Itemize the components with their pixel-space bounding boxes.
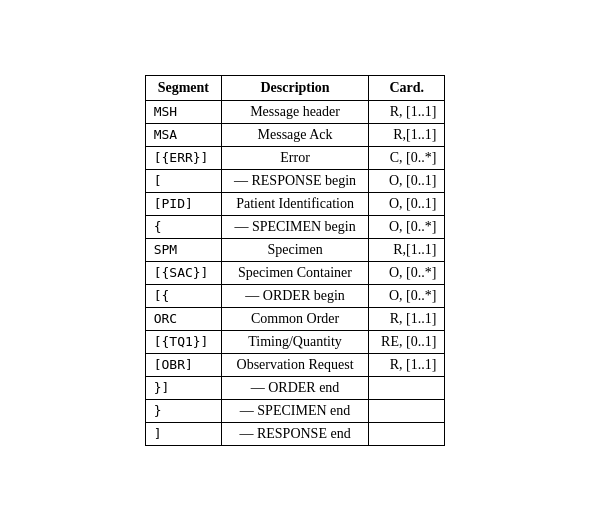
- cell-cardinality: O, [0..*]: [369, 261, 445, 284]
- cell-segment: [PID]: [145, 192, 221, 215]
- table-row: [{SAC}]Specimen ContainerO, [0..*]: [145, 261, 445, 284]
- table-row: [{ERR}]ErrorC, [0..*]: [145, 146, 445, 169]
- table-row: {— SPECIMEN beginO, [0..*]: [145, 215, 445, 238]
- cell-cardinality: R,[1..1]: [369, 123, 445, 146]
- cell-segment: ]: [145, 422, 221, 445]
- cell-description: Specimen: [221, 238, 368, 261]
- cell-description: Message Ack: [221, 123, 368, 146]
- cell-cardinality: R, [1..1]: [369, 353, 445, 376]
- cell-segment: MSA: [145, 123, 221, 146]
- cell-description: Patient Identification: [221, 192, 368, 215]
- cell-description: Error: [221, 146, 368, 169]
- cell-segment: [{SAC}]: [145, 261, 221, 284]
- cell-segment: [OBR]: [145, 353, 221, 376]
- table-header-row: Segment Description Card.: [145, 75, 445, 100]
- cell-description: — ORDER end: [221, 376, 368, 399]
- header-segment: Segment: [145, 75, 221, 100]
- cell-cardinality: O, [0..1]: [369, 169, 445, 192]
- cell-description: — SPECIMEN end: [221, 399, 368, 422]
- cell-description: Message header: [221, 100, 368, 123]
- table-wrapper: Segment Description Card. MSHMessage hea…: [125, 55, 466, 466]
- cell-segment: }]: [145, 376, 221, 399]
- table-row: [OBR]Observation RequestR, [1..1]: [145, 353, 445, 376]
- cell-description: Timing/Quantity: [221, 330, 368, 353]
- cell-description: — ORDER begin: [221, 284, 368, 307]
- cell-cardinality: [369, 422, 445, 445]
- table-row: }— SPECIMEN end: [145, 399, 445, 422]
- cell-description: — RESPONSE end: [221, 422, 368, 445]
- cell-cardinality: C, [0..*]: [369, 146, 445, 169]
- cell-cardinality: R,[1..1]: [369, 238, 445, 261]
- cell-segment: SPM: [145, 238, 221, 261]
- cell-description: Common Order: [221, 307, 368, 330]
- cell-segment: [: [145, 169, 221, 192]
- cell-cardinality: [369, 376, 445, 399]
- cell-segment: ORC: [145, 307, 221, 330]
- cell-segment: [{ERR}]: [145, 146, 221, 169]
- cell-cardinality: O, [0..*]: [369, 284, 445, 307]
- table-row: }]— ORDER end: [145, 376, 445, 399]
- cell-segment: {: [145, 215, 221, 238]
- cell-segment: [{TQ1}]: [145, 330, 221, 353]
- cell-description: Specimen Container: [221, 261, 368, 284]
- cell-cardinality: R, [1..1]: [369, 100, 445, 123]
- table-row: ]— RESPONSE end: [145, 422, 445, 445]
- cell-description: — RESPONSE begin: [221, 169, 368, 192]
- table-row: [{— ORDER beginO, [0..*]: [145, 284, 445, 307]
- cell-cardinality: RE, [0..1]: [369, 330, 445, 353]
- cell-segment: MSH: [145, 100, 221, 123]
- header-cardinality: Card.: [369, 75, 445, 100]
- cell-cardinality: [369, 399, 445, 422]
- table-row: MSAMessage AckR,[1..1]: [145, 123, 445, 146]
- table-row: [PID]Patient IdentificationO, [0..1]: [145, 192, 445, 215]
- segment-table: Segment Description Card. MSHMessage hea…: [145, 75, 446, 446]
- cell-cardinality: O, [0..*]: [369, 215, 445, 238]
- table-row: MSHMessage headerR, [1..1]: [145, 100, 445, 123]
- cell-segment: [{: [145, 284, 221, 307]
- table-row: [— RESPONSE beginO, [0..1]: [145, 169, 445, 192]
- table-row: [{TQ1}]Timing/QuantityRE, [0..1]: [145, 330, 445, 353]
- cell-segment: }: [145, 399, 221, 422]
- cell-cardinality: R, [1..1]: [369, 307, 445, 330]
- cell-cardinality: O, [0..1]: [369, 192, 445, 215]
- table-row: ORCCommon OrderR, [1..1]: [145, 307, 445, 330]
- cell-description: Observation Request: [221, 353, 368, 376]
- header-description: Description: [221, 75, 368, 100]
- cell-description: — SPECIMEN begin: [221, 215, 368, 238]
- table-row: SPMSpecimenR,[1..1]: [145, 238, 445, 261]
